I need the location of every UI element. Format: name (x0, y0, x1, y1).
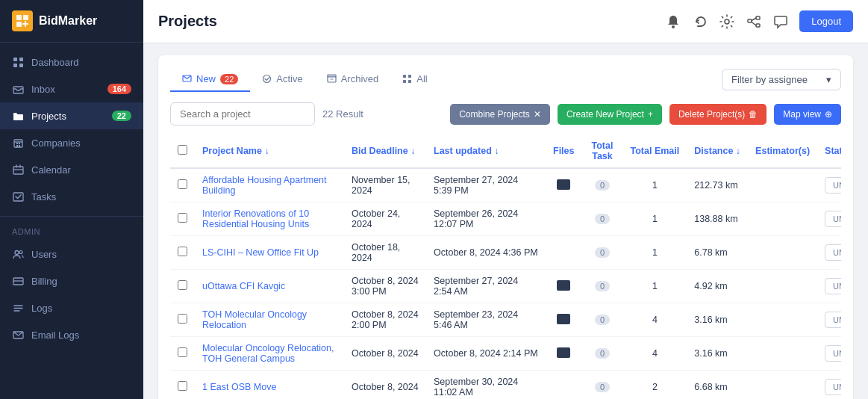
row-status-6[interactable]: UNDECIDED BIDDING WON LOST NO BID (817, 371, 841, 400)
sidebar-item-projects[interactable]: Projects 22 (0, 102, 143, 129)
row-status-2[interactable]: UNDECIDED BIDDING WON LOST NO BID (817, 236, 841, 270)
sidebar-item-dashboard-label: Dashboard (31, 57, 131, 68)
col-header-distance[interactable]: Distance ↓ (687, 134, 748, 168)
row-checkbox-5[interactable] (178, 347, 187, 357)
row-status-3[interactable]: UNDECIDED BIDDING WON LOST NO BID (817, 270, 841, 303)
svg-rect-21 (748, 19, 752, 22)
chat-icon[interactable] (772, 13, 789, 30)
row-estimators-1 (748, 202, 817, 236)
col-header-name[interactable]: Project Name ↓ (195, 134, 344, 168)
row-checkbox-4[interactable] (178, 314, 187, 324)
status-select-4[interactable]: UNDECIDED BIDDING WON LOST NO BID (825, 312, 841, 328)
row-project-name-2[interactable]: LS-CIHI – New Office Fit Up (195, 236, 344, 270)
row-updated-3: September 27, 2024 2:54 AM (426, 270, 546, 303)
status-select-6[interactable]: UNDECIDED BIDDING WON LOST NO BID (825, 379, 841, 395)
status-select-0[interactable]: UNDECIDED BIDDING WON LOST NO BID (825, 177, 841, 194)
tab-active[interactable]: Active (250, 67, 314, 92)
map-view-button[interactable]: Map view ⊕ (774, 104, 841, 125)
notification-icon[interactable] (665, 13, 681, 30)
logout-button[interactable]: Logout (799, 10, 853, 32)
delete-projects-button[interactable]: Delete Project(s) 🗑 (669, 104, 766, 125)
logo-icon (12, 10, 33, 31)
row-status-0[interactable]: UNDECIDED BIDDING WON LOST NO BID (817, 168, 841, 202)
settings-icon[interactable] (719, 13, 735, 30)
row-checkbox-6[interactable] (178, 381, 187, 391)
sidebar-item-inbox[interactable]: Inbox 164 (0, 75, 143, 102)
row-checkbox-2[interactable] (178, 247, 187, 256)
combine-icon: ✕ (534, 109, 541, 120)
sidebar-item-tasks[interactable]: Tasks (0, 183, 143, 210)
sidebar-divider (0, 216, 143, 217)
row-total-email-4: 4 (623, 303, 687, 337)
sidebar: BidMarker Dashboard Inbox 164 Projects 2… (0, 0, 143, 399)
row-updated-2: October 8, 2024 4:36 PM (426, 236, 546, 270)
trash-icon: 🗑 (749, 109, 758, 120)
row-status-5[interactable]: UNDECIDED BIDDING WON LOST NO BID (817, 337, 841, 371)
row-total-task-1: 0 (582, 202, 623, 236)
undo-icon[interactable] (692, 13, 708, 30)
sidebar-item-calendar[interactable]: Calendar (0, 156, 143, 183)
row-checkbox-1[interactable] (178, 213, 187, 223)
search-input[interactable] (170, 102, 315, 126)
row-project-name-5[interactable]: Molecular Oncology Relocation, TOH Gener… (195, 337, 344, 371)
status-select-1[interactable]: UNDECIDED BIDDING WON LOST NO BID (825, 211, 841, 227)
row-estimators-3 (748, 270, 817, 303)
tab-archived[interactable]: Archived (315, 67, 391, 92)
col-header-updated[interactable]: Last updated ↓ (426, 134, 546, 168)
row-distance-6: 6.68 km (687, 371, 748, 400)
file-icon (557, 347, 570, 358)
svg-rect-29 (408, 75, 411, 78)
row-project-name-4[interactable]: TOH Molecular Oncology Relocation (195, 303, 344, 337)
toolbar: 22 Result Combine Projects ✕ Create New … (170, 102, 841, 126)
status-select-3[interactable]: UNDECIDED BIDDING WON LOST NO BID (825, 278, 841, 294)
status-select-5[interactable]: UNDECIDED BIDDING WON LOST NO BID (825, 345, 841, 362)
tab-all[interactable]: All (390, 67, 439, 92)
row-total-email-5: 4 (623, 337, 687, 371)
row-status-1[interactable]: UNDECIDED BIDDING WON LOST NO BID (817, 202, 841, 236)
row-project-name-3[interactable]: uOttawa CFI Kavgic (195, 270, 344, 303)
col-header-files: Files (546, 134, 582, 168)
row-status-4[interactable]: UNDECIDED BIDDING WON LOST NO BID (817, 303, 841, 337)
sidebar-item-billing[interactable]: Billing (0, 267, 143, 294)
col-header-deadline[interactable]: Bid Deadline ↓ (344, 134, 426, 168)
row-deadline-3: October 8, 2024 3:00 PM (344, 270, 426, 303)
tab-all-label: All (416, 73, 427, 84)
filter-assignee-dropdown[interactable]: Filter by assignee ▾ (722, 69, 841, 90)
row-files-2 (546, 236, 582, 270)
row-checkbox-3[interactable] (178, 280, 187, 290)
sidebar-item-logs[interactable]: Logs (0, 294, 143, 321)
row-updated-4: September 23, 2024 5:46 AM (426, 303, 546, 337)
row-project-name-0[interactable]: Affordable Housing Apartment Building (195, 168, 344, 202)
row-total-task-5: 0 (582, 337, 623, 371)
sidebar-item-users-label: Users (31, 249, 131, 260)
sidebar-item-email-logs[interactable]: Email Logs (0, 321, 143, 348)
row-checkbox-0[interactable] (178, 179, 187, 189)
row-distance-0: 212.73 km (687, 168, 748, 202)
svg-rect-5 (13, 64, 17, 67)
sort-name-icon: ↓ (264, 146, 269, 156)
sidebar-item-dashboard[interactable]: Dashboard (0, 49, 143, 75)
status-select-2[interactable]: UNDECIDED BIDDING WON LOST NO BID (825, 244, 841, 261)
svg-rect-9 (16, 143, 18, 144)
combine-projects-button[interactable]: Combine Projects ✕ (450, 104, 550, 125)
file-icon (557, 280, 570, 291)
sidebar-item-companies[interactable]: Companies (0, 129, 143, 156)
share-icon[interactable] (746, 13, 762, 30)
row-files-1 (546, 202, 582, 236)
sidebar-item-users[interactable]: Users (0, 241, 143, 267)
select-all-checkbox[interactable] (178, 145, 187, 155)
row-project-name-6[interactable]: 1 East OSB Move (195, 371, 344, 400)
row-deadline-5: October 8, 2024 (344, 337, 426, 371)
create-project-button[interactable]: Create New Project + (558, 104, 662, 125)
map-label: Map view (783, 109, 821, 120)
envelope-icon (182, 74, 192, 84)
table-row: LS-CIHI – New Office Fit Up October 18, … (170, 236, 841, 270)
row-distance-4: 3.16 km (687, 303, 748, 337)
result-count: 22 Result (322, 108, 443, 120)
svg-point-20 (725, 19, 729, 24)
row-project-name-1[interactable]: Interior Renovations of 10 Residential H… (195, 202, 344, 236)
delete-label: Delete Project(s) (678, 109, 745, 120)
tab-new[interactable]: New 22 (170, 67, 250, 92)
row-total-task-0: 0 (582, 168, 623, 202)
col-header-status[interactable]: Status ↓ (817, 134, 841, 168)
